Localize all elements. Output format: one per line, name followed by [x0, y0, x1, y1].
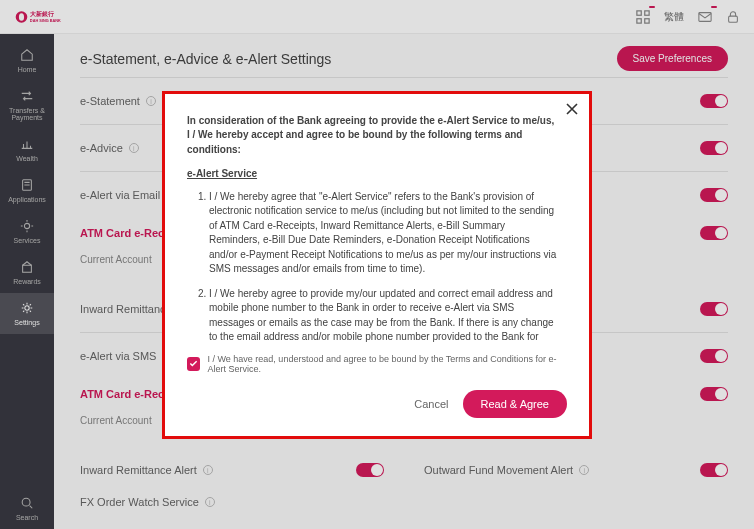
term-item: I / We hereby agree to provide my/our up…: [209, 287, 557, 344]
modal-intro: In consideration of the Bank agreeing to…: [187, 114, 557, 158]
cancel-button[interactable]: Cancel: [406, 392, 456, 416]
modal-heading: e-Alert Service: [187, 167, 557, 182]
term-item: I / We hereby agree that "e-Alert Servic…: [209, 190, 557, 277]
read-agree-button[interactable]: Read & Agree: [463, 390, 568, 418]
terms-modal: In consideration of the Bank agreeing to…: [162, 91, 592, 439]
close-icon[interactable]: [565, 102, 579, 116]
modal-backdrop: In consideration of the Bank agreeing to…: [0, 0, 754, 529]
terms-list: I / We hereby agree that "e-Alert Servic…: [187, 190, 557, 344]
terms-scroll[interactable]: In consideration of the Bank agreeing to…: [187, 114, 567, 344]
agree-text: I / We have read, understood and agree t…: [208, 354, 568, 374]
agree-checkbox[interactable]: [187, 357, 200, 371]
